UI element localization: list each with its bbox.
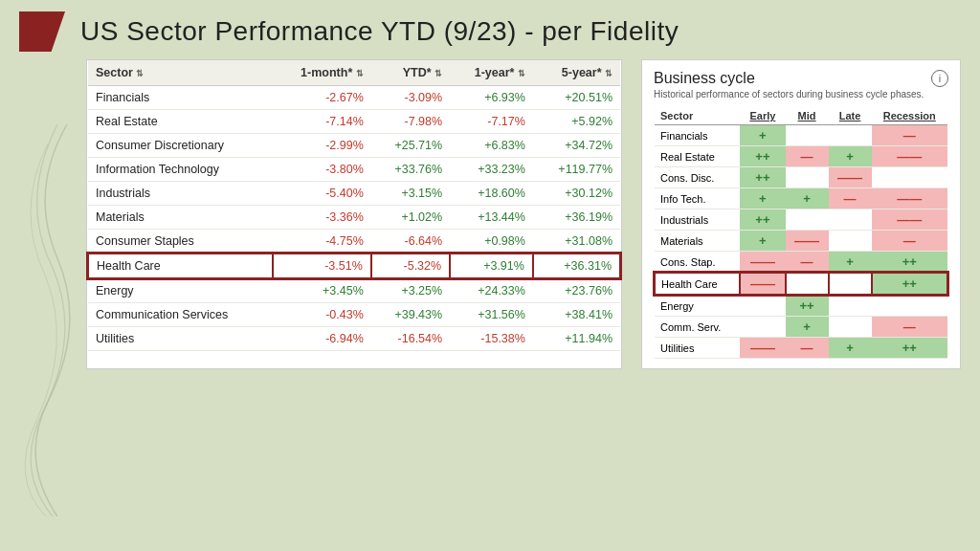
bc-title: Business cycle xyxy=(654,70,755,87)
sector-name: Real Estate xyxy=(88,110,273,134)
bc-table-row: Info Tech. + + — —— xyxy=(655,188,947,209)
bc-sector-name: Comm. Serv. xyxy=(655,317,740,338)
bc-sector-name: Industrials xyxy=(655,209,740,231)
sector-name: Communication Services xyxy=(88,303,273,327)
sector-name: Utilities xyxy=(88,327,273,351)
page-header: US Sector Performance YTD (9/23) - per F… xyxy=(0,0,980,59)
bc-cell: — xyxy=(872,231,947,252)
y5-value: +38.41% xyxy=(533,303,620,327)
sector-name: Industrials xyxy=(88,182,273,206)
bc-table-row: Real Estate ++ — + —— xyxy=(655,146,947,167)
m1-value: -3.80% xyxy=(273,158,370,182)
m1-value: -4.75% xyxy=(273,230,370,254)
y5-value: +11.94% xyxy=(533,327,620,351)
sector-name: Information Technology xyxy=(88,158,273,182)
performance-table-container: Sector ⇅ 1-month* ⇅ YTD* ⇅ 1-year* ⇅ 5-y… xyxy=(86,59,622,369)
page-title: US Sector Performance YTD (9/23) - per F… xyxy=(80,16,679,47)
bc-cell: + xyxy=(786,188,829,209)
ytd-value: -5.32% xyxy=(371,253,450,278)
y1-value: +6.83% xyxy=(450,134,533,158)
y5-value: +30.12% xyxy=(533,182,620,206)
ytd-value: -3.09% xyxy=(371,86,450,110)
ytd-value: -16.54% xyxy=(371,327,450,351)
bc-col-sector: Sector xyxy=(655,107,740,125)
col-ytd[interactable]: YTD* ⇅ xyxy=(371,60,450,86)
bc-table-row: Cons. Stap. —— — + ++ xyxy=(655,252,947,274)
sector-name: Health Care xyxy=(88,253,273,278)
bc-cell xyxy=(829,317,872,338)
bc-table-row: Cons. Disc. ++ —— xyxy=(655,167,947,188)
table-row: Real Estate -7.14% -7.98% -7.17% +5.92% xyxy=(88,110,620,134)
table-row: Health Care -3.51% -5.32% +3.91% +36.31% xyxy=(88,253,620,278)
info-icon[interactable]: i xyxy=(931,70,948,87)
col-1year[interactable]: 1-year* ⇅ xyxy=(450,60,533,86)
business-cycle-table: Sector Early Mid Late Recession Financia… xyxy=(654,107,948,359)
bc-cell: —— xyxy=(872,209,947,231)
bc-cell: ++ xyxy=(740,167,785,188)
sector-name: Consumer Discretionary xyxy=(88,134,273,158)
bc-cell xyxy=(829,273,872,295)
bc-sector-name: Health Care xyxy=(655,273,740,295)
bc-cell: — xyxy=(786,338,829,359)
bc-cell: —— xyxy=(872,146,947,167)
bc-cell: — xyxy=(786,146,829,167)
col-5year[interactable]: 5-year* ⇅ xyxy=(533,60,620,86)
bc-table-row: Energy ++ xyxy=(655,295,947,317)
bc-cell: + xyxy=(829,252,872,274)
y5-value: +23.76% xyxy=(533,278,620,303)
col-sector[interactable]: Sector ⇅ xyxy=(88,60,273,86)
ytd-value: -7.98% xyxy=(371,110,450,134)
bc-cell: —— xyxy=(740,338,785,359)
bc-table-row: Industrials ++ —— xyxy=(655,209,947,231)
y1-value: +3.91% xyxy=(450,253,533,278)
y5-value: +31.08% xyxy=(533,230,620,254)
y5-value: +119.77% xyxy=(533,158,620,182)
m1-value: +3.45% xyxy=(273,278,370,303)
y1-value: +0.98% xyxy=(450,230,533,254)
table-row: Consumer Staples -4.75% -6.64% +0.98% +3… xyxy=(88,230,620,254)
bc-cell xyxy=(872,295,947,317)
bc-cell xyxy=(829,209,872,231)
bc-cell: —— xyxy=(740,252,785,274)
bc-cell: + xyxy=(740,188,785,209)
bc-sector-name: Cons. Stap. xyxy=(655,252,740,274)
m1-value: -0.43% xyxy=(273,303,370,327)
bc-cell: — xyxy=(786,252,829,274)
col-1month[interactable]: 1-month* ⇅ xyxy=(273,60,370,86)
bc-cell xyxy=(786,273,829,295)
bc-sector-name: Info Tech. xyxy=(655,188,740,209)
bc-table-row: Financials + — xyxy=(655,125,947,146)
bc-col-mid: Mid xyxy=(786,107,829,125)
bc-cell: + xyxy=(786,317,829,338)
sector-name: Consumer Staples xyxy=(88,230,273,254)
bc-sector-name: Financials xyxy=(655,125,740,146)
ytd-value: +39.43% xyxy=(371,303,450,327)
bc-col-recession: Recession xyxy=(872,107,947,125)
table-row: Information Technology -3.80% +33.76% +3… xyxy=(88,158,620,182)
bc-cell: — xyxy=(829,188,872,209)
main-content: Sector ⇅ 1-month* ⇅ YTD* ⇅ 1-year* ⇅ 5-y… xyxy=(0,59,980,369)
table-row: Materials -3.36% +1.02% +13.44% +36.19% xyxy=(88,206,620,230)
table-row: Communication Services -0.43% +39.43% +3… xyxy=(88,303,620,327)
m1-value: -6.94% xyxy=(273,327,370,351)
bc-sector-name: Energy xyxy=(655,295,740,317)
business-cycle-panel: Business cycle i Historical performance … xyxy=(641,59,961,369)
ytd-value: -6.64% xyxy=(371,230,450,254)
bc-cell: + xyxy=(829,338,872,359)
bc-cell: ++ xyxy=(740,146,785,167)
decorative-lines xyxy=(10,115,86,517)
bc-table-row: Comm. Serv. + — xyxy=(655,317,947,338)
bc-cell xyxy=(786,167,829,188)
bc-cell: —— xyxy=(740,273,785,295)
table-row: Consumer Discretionary -2.99% +25.71% +6… xyxy=(88,134,620,158)
y1-value: +24.33% xyxy=(450,278,533,303)
y1-value: +33.23% xyxy=(450,158,533,182)
bc-col-late: Late xyxy=(829,107,872,125)
bc-cell: ++ xyxy=(872,273,947,295)
table-row: Financials -2.67% -3.09% +6.93% +20.51% xyxy=(88,86,620,110)
ytd-value: +3.15% xyxy=(371,182,450,206)
bc-cell xyxy=(872,167,947,188)
table-header-row: Sector ⇅ 1-month* ⇅ YTD* ⇅ 1-year* ⇅ 5-y… xyxy=(88,60,620,86)
bc-cell: ++ xyxy=(740,209,785,231)
bc-sector-name: Materials xyxy=(655,231,740,252)
